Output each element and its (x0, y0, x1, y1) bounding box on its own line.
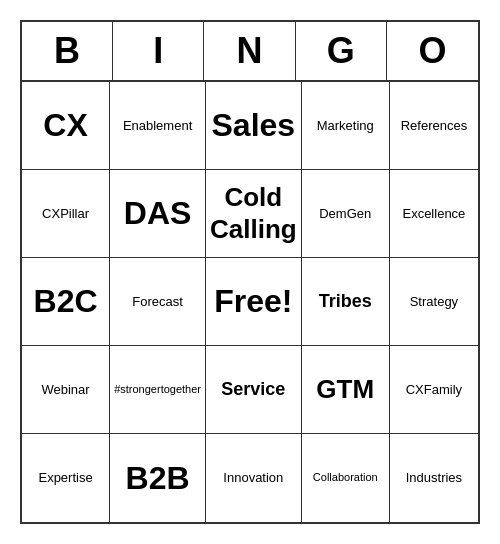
bingo-cell-7: Cold Calling (206, 170, 302, 258)
cell-text-15: Webinar (41, 382, 89, 398)
cell-text-5: CXPillar (42, 206, 89, 222)
cell-text-14: Strategy (410, 294, 458, 310)
bingo-cell-2: Sales (206, 82, 302, 170)
cell-text-3: Marketing (317, 118, 374, 134)
cell-text-19: CXFamily (406, 382, 462, 398)
cell-text-24: Industries (406, 470, 462, 486)
cell-text-6: DAS (124, 194, 192, 232)
cell-text-8: DemGen (319, 206, 371, 222)
cell-text-16: #strongertogether (114, 383, 201, 396)
bingo-cell-17: Service (206, 346, 302, 434)
bingo-grid: CXEnablementSalesMarketingReferencesCXPi… (22, 82, 478, 522)
bingo-cell-14: Strategy (390, 258, 478, 346)
header-letter-N: N (204, 22, 295, 80)
bingo-cell-19: CXFamily (390, 346, 478, 434)
cell-text-2: Sales (212, 106, 296, 144)
bingo-cell-20: Expertise (22, 434, 110, 522)
cell-text-7: Cold Calling (210, 182, 297, 244)
header-letter-B: B (22, 22, 113, 80)
bingo-cell-23: Collaboration (302, 434, 390, 522)
bingo-cell-10: B2C (22, 258, 110, 346)
bingo-cell-24: Industries (390, 434, 478, 522)
bingo-cell-8: DemGen (302, 170, 390, 258)
bingo-cell-22: Innovation (206, 434, 302, 522)
bingo-cell-5: CXPillar (22, 170, 110, 258)
bingo-cell-9: Excellence (390, 170, 478, 258)
header-letter-I: I (113, 22, 204, 80)
bingo-cell-13: Tribes (302, 258, 390, 346)
bingo-cell-4: References (390, 82, 478, 170)
cell-text-21: B2B (126, 459, 190, 497)
cell-text-10: B2C (34, 282, 98, 320)
cell-text-22: Innovation (223, 470, 283, 486)
cell-text-4: References (401, 118, 467, 134)
bingo-cell-0: CX (22, 82, 110, 170)
header-letter-G: G (296, 22, 387, 80)
cell-text-12: Free! (214, 282, 292, 320)
cell-text-9: Excellence (402, 206, 465, 222)
cell-text-0: CX (43, 106, 87, 144)
bingo-header: BINGO (22, 22, 478, 82)
bingo-cell-15: Webinar (22, 346, 110, 434)
bingo-cell-18: GTM (302, 346, 390, 434)
bingo-cell-1: Enablement (110, 82, 206, 170)
bingo-cell-3: Marketing (302, 82, 390, 170)
cell-text-13: Tribes (319, 291, 372, 313)
cell-text-20: Expertise (38, 470, 92, 486)
header-letter-O: O (387, 22, 478, 80)
bingo-cell-6: DAS (110, 170, 206, 258)
cell-text-23: Collaboration (313, 471, 378, 484)
cell-text-11: Forecast (132, 294, 183, 310)
bingo-cell-16: #strongertogether (110, 346, 206, 434)
cell-text-17: Service (221, 379, 285, 401)
bingo-cell-11: Forecast (110, 258, 206, 346)
bingo-cell-12: Free! (206, 258, 302, 346)
cell-text-1: Enablement (123, 118, 192, 134)
cell-text-18: GTM (316, 374, 374, 405)
bingo-cell-21: B2B (110, 434, 206, 522)
bingo-card: BINGO CXEnablementSalesMarketingReferenc… (20, 20, 480, 524)
